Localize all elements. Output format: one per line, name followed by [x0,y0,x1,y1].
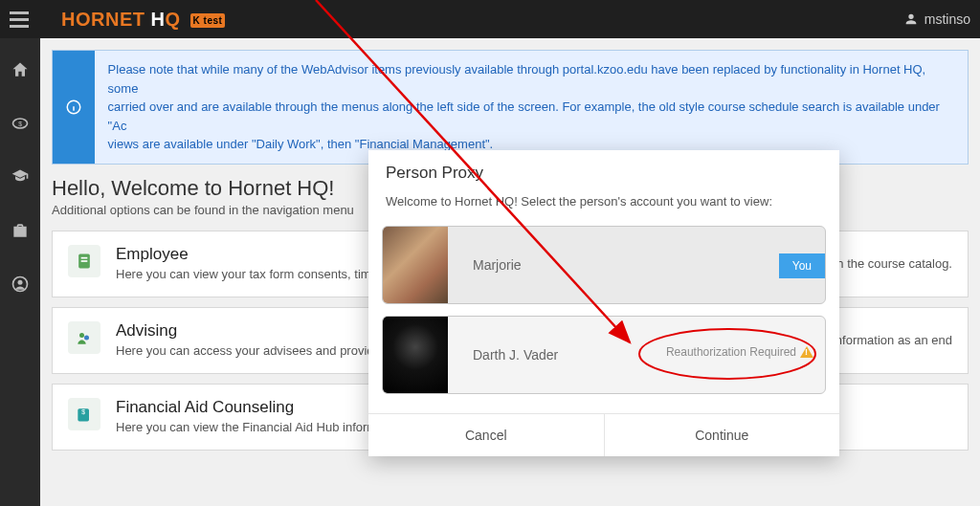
reauth-required-label: Reauthorization Required [666,345,813,359]
svg-point-3 [18,280,23,285]
person-row-self[interactable]: Marjorie You [382,226,826,304]
modal-title: Person Proxy [368,150,839,190]
money-icon[interactable]: $ [10,113,31,134]
svg-point-10 [79,333,84,338]
modal-actions: Cancel Continue [368,413,839,456]
ktest-badge: K test [190,13,226,28]
cancel-button[interactable]: Cancel [368,414,605,456]
user-icon [903,11,919,27]
svg-text:$: $ [81,408,85,415]
info-banner-text: Please note that while many of the WebAd… [95,51,968,164]
app-logo: HORNET HQ K test [61,9,225,31]
person-name: Marjorie [473,257,522,273]
svg-rect-8 [81,256,88,258]
info-banner: Please note that while many of the WebAd… [52,50,969,165]
briefcase-icon[interactable] [10,220,31,241]
avatar [383,316,448,394]
warning-icon [800,346,813,358]
fac-card-icon: $ [68,398,100,430]
person-row-proxy[interactable]: Darth J. Vader Reauthorization Required [382,316,826,394]
svg-text:$: $ [18,121,22,127]
employee-card-icon [68,245,100,277]
you-badge: You [779,253,825,278]
info-line-1: Please note that while many of the WebAd… [108,62,926,96]
modal-prompt: Welcome to Hornet HQ! Select the person'… [368,190,839,220]
svg-point-11 [84,335,89,340]
avatar [383,226,448,304]
info-line-2: carried over and are available through t… [108,99,940,133]
employee-card-right: rch the course catalog. [826,256,952,271]
user-menu[interactable]: mstinso [903,11,970,27]
profile-icon[interactable] [10,274,31,295]
reauth-text: Reauthorization Required [666,345,796,359]
graduation-icon[interactable] [10,166,31,187]
hamburger-menu-icon[interactable] [10,8,33,31]
info-icon [53,51,95,164]
left-nav-rail: $ [0,38,40,506]
person-proxy-modal: Person Proxy Welcome to Hornet HQ! Selec… [368,150,839,456]
logo-word-3: Q [165,9,180,30]
advising-card-icon [68,321,100,354]
logo-word-1: HORNET [61,9,145,30]
home-icon[interactable] [10,59,31,80]
info-line-3: views are available under "Daily Work", … [108,137,494,151]
person-name: Darth J. Vader [473,347,558,363]
svg-rect-9 [81,260,88,262]
logo-word-2: H [145,9,165,30]
app-header: HORNET HQ K test mstinso [0,0,980,38]
username: mstinso [924,11,970,27]
continue-button[interactable]: Continue [605,414,840,456]
